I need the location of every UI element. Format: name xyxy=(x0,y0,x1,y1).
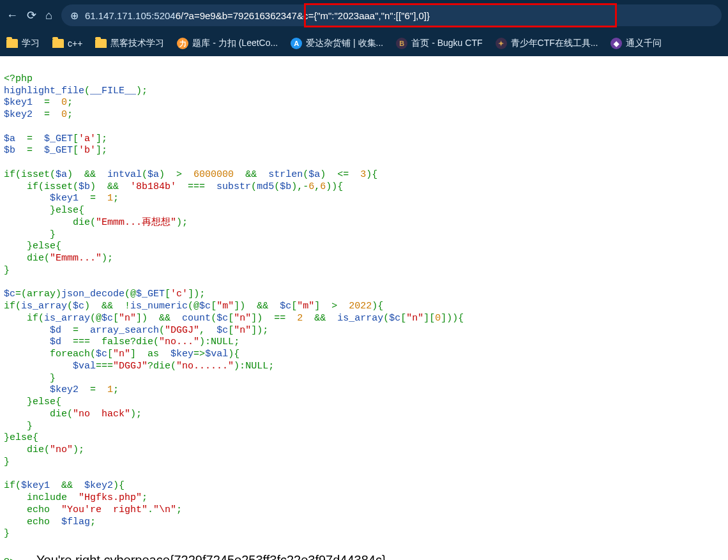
bookmarks-bar: 学习 c++ 黑客技术学习 力题库 - 力扣 (LeetCo... A爱达杂货铺… xyxy=(0,31,728,56)
fav-icon: A xyxy=(291,38,302,49)
fav-icon: ✦ xyxy=(496,38,507,49)
fav-icon: ◆ xyxy=(610,38,622,49)
fav-icon: B xyxy=(396,38,407,49)
nav-bar: ← ⟳ ⌂ ⊕ 61.147.171.105:52046/?a=9e9&b=79… xyxy=(0,0,728,31)
back-button[interactable]: ← xyxy=(6,9,18,22)
folder-icon xyxy=(95,39,107,48)
reload-button[interactable]: ⟳ xyxy=(27,8,36,22)
bookmark-hacking[interactable]: 黑客技术学习 xyxy=(95,38,164,49)
bookmark-study[interactable]: 学习 xyxy=(6,38,40,49)
page-content: <?php highlight_file(__FILE__); $key1 = … xyxy=(0,56,728,560)
bookmark-bugku[interactable]: B首页 - Bugku CTF xyxy=(396,38,482,49)
bookmark-cpp[interactable]: c++ xyxy=(52,38,82,49)
bookmark-ctf-tools[interactable]: ✦青少年CTF在线工具... xyxy=(496,38,598,49)
home-button[interactable]: ⌂ xyxy=(45,9,52,22)
bookmark-aida[interactable]: A爱达杂货铺 | 收集... xyxy=(291,38,383,49)
flag-output: You're right cyberpeace{7229f7245e253ff3… xyxy=(21,553,386,560)
browser-chrome: ← ⟳ ⌂ ⊕ 61.147.171.105:52046/?a=9e9&b=79… xyxy=(0,0,728,56)
bookmark-tongyi[interactable]: ◆通义千问 xyxy=(610,38,662,49)
url-text: 61.147.171.105:52046/?a=9e9&b=7926163623… xyxy=(85,10,430,21)
address-bar[interactable]: ⊕ 61.147.171.105:52046/?a=9e9&b=79261636… xyxy=(61,4,722,26)
leetcode-icon: 力 xyxy=(177,38,188,49)
globe-icon: ⊕ xyxy=(70,10,79,22)
folder-icon xyxy=(52,39,64,48)
folder-icon xyxy=(6,39,18,48)
bookmark-leetcode[interactable]: 力题库 - 力扣 (LeetCo... xyxy=(177,38,278,49)
